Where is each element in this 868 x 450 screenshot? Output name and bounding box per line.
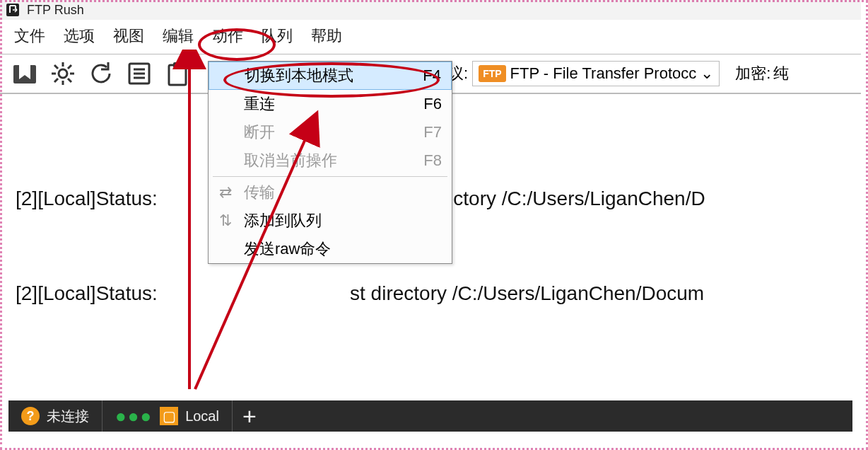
status-tab-local[interactable]: ●●● ▢ Local: [102, 400, 233, 432]
status-not-connected-label: 未连接: [47, 407, 89, 426]
menu-queue[interactable]: 队列: [260, 24, 294, 48]
protocol-value: FTP - File Transfer Protocc: [510, 64, 697, 83]
chevron-down-icon: ⌄: [700, 64, 713, 83]
encryption-value: 纯: [773, 63, 789, 84]
menu-options[interactable]: 选项: [62, 24, 96, 48]
menu-transfer: ⇄ 传输: [209, 178, 452, 207]
svg-line-10: [54, 79, 58, 82]
local-icon: ▢: [160, 407, 178, 425]
bookmark-button[interactable]: [8, 57, 41, 90]
app-title: FTP Rush: [27, 3, 84, 18]
settings-button[interactable]: [47, 57, 79, 90]
menubar: 文件 选项 视图 编辑 动作 队列 帮助: [0, 20, 861, 54]
menu-action[interactable]: 动作: [211, 24, 245, 48]
svg-rect-15: [169, 65, 186, 85]
menu-disconnect: 断开F7: [209, 118, 452, 146]
new-tab-button[interactable]: +: [233, 403, 266, 430]
status-bar: ? 未连接 ●●● ▢ Local +: [8, 400, 852, 432]
svg-rect-16: [173, 62, 182, 68]
menu-file[interactable]: 文件: [13, 24, 47, 48]
menu-help[interactable]: 帮助: [310, 24, 344, 48]
svg-line-7: [54, 65, 58, 69]
action-menu-dropdown: 切换到本地模式F4 重连F6 断开F7 取消当前操作F8 ⇄ 传输 ⇅ 添加到队…: [208, 61, 452, 264]
protocol-select[interactable]: FTP FTP - File Transfer Protocc ⌄: [472, 61, 720, 86]
svg-point-2: [59, 69, 67, 78]
status-local-label: Local: [185, 408, 219, 425]
menu-send-raw[interactable]: 发送raw命令: [209, 235, 452, 263]
log-line: [2][Local]Status: st directory /C:/Users…: [16, 278, 847, 310]
svg-line-8: [68, 79, 71, 82]
log-button[interactable]: [123, 57, 156, 90]
menu-edit[interactable]: 编辑: [161, 24, 195, 48]
menu-cancel-op: 取消当前操作F8: [209, 146, 452, 175]
menu-add-to-queue[interactable]: ⇅ 添加到队列: [209, 207, 452, 235]
transfer-icon: ⇄: [217, 184, 234, 201]
refresh-button[interactable]: [85, 57, 117, 90]
help-icon: ?: [21, 407, 40, 425]
menu-switch-local[interactable]: 切换到本地模式F4: [209, 62, 452, 90]
encryption-label: 加密:: [735, 63, 770, 84]
ftp-icon: FTP: [479, 65, 505, 82]
status-tab-not-connected[interactable]: ? 未连接: [8, 400, 102, 432]
app-icon: [4, 1, 21, 18]
activity-indicator-icon: ●●●: [115, 405, 153, 427]
svg-line-9: [68, 65, 71, 69]
queue-icon: ⇅: [217, 212, 234, 229]
menu-reconnect[interactable]: 重连F6: [209, 90, 452, 118]
menu-view[interactable]: 视图: [112, 24, 146, 48]
clipboard-button[interactable]: [161, 57, 194, 90]
titlebar: FTP Rush: [0, 0, 861, 20]
